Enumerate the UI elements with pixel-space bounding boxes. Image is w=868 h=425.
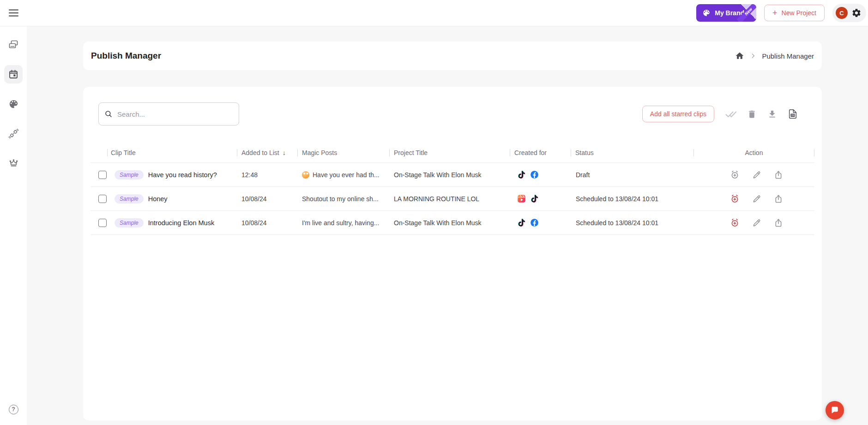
page-header-card: Publish Manager Publish Manager (83, 42, 822, 70)
magic-posts-text: Have you ever had th... (313, 171, 380, 179)
edit-button[interactable] (752, 194, 761, 204)
share-icon (774, 218, 783, 227)
breadcrumb-home-button[interactable] (735, 51, 744, 60)
clips-icon (8, 39, 19, 50)
help-glyph: ? (12, 406, 15, 413)
project-title-value: LA MORNING ROUTINE LOL (389, 195, 510, 203)
table-header-row: Clip Title Added to List ↓ Magic Posts P… (90, 143, 814, 163)
export-csv-button[interactable]: CSV (788, 109, 798, 119)
edit-button[interactable] (752, 218, 761, 227)
header-checkbox-spacer (90, 143, 107, 162)
new-ribbon: New (741, 4, 756, 20)
select-all-button[interactable] (725, 108, 736, 120)
header-clip-title: Clip Title (107, 143, 237, 162)
chat-launcher-button[interactable] (826, 401, 844, 419)
pencil-icon (752, 218, 761, 227)
added-to-list-value: 10/08/24 (237, 219, 297, 227)
clip-title: Honey (148, 195, 168, 203)
status-value: Scheduled to 13/08/24 10:01 (571, 219, 693, 227)
row-checkbox[interactable] (98, 195, 107, 203)
account-pill: C (832, 4, 866, 22)
status-value: Scheduled to 13/08/24 10:01 (571, 195, 693, 203)
search-field (98, 102, 239, 126)
header-project-title: Project Title (389, 143, 510, 162)
share-button[interactable] (774, 218, 783, 227)
new-project-button[interactable]: + New Project (764, 5, 825, 21)
breadcrumb: Publish Manager (735, 51, 814, 60)
sidebar-item-brand[interactable] (4, 95, 23, 113)
add-all-starred-clips-button[interactable]: Add all starred clips (642, 106, 714, 122)
created-for-icons (510, 170, 571, 179)
face-with-hand-emoji (302, 171, 309, 179)
pencil-icon (752, 194, 761, 204)
csv-file-icon: CSV (788, 109, 798, 119)
sidebar: ? (0, 26, 27, 425)
new-project-label: New Project (782, 9, 816, 17)
sidebar-item-publish-manager[interactable] (4, 65, 23, 84)
delete-button[interactable] (747, 109, 757, 119)
calendar-icon (8, 69, 19, 80)
schedule-button[interactable] (730, 170, 740, 180)
download-button[interactable] (767, 109, 777, 119)
status-value: Draft (571, 171, 693, 179)
topbar: My Brand New + New Project C (0, 0, 868, 26)
toolbar-actions: Add all starred clips (642, 106, 807, 122)
table-toolbar: Add all starred clips (90, 102, 814, 126)
hamburger-icon (9, 9, 18, 17)
help-icon: ? (9, 405, 18, 414)
sort-descending-icon: ↓ (283, 149, 286, 156)
header-status: Status (571, 143, 693, 162)
table-row: Sample Introducing Elon Musk 10/08/24 I'… (90, 211, 814, 235)
svg-text:CSV: CSV (791, 114, 795, 116)
search-input[interactable] (98, 102, 239, 126)
help-button[interactable]: ? (4, 400, 23, 419)
gear-icon (851, 8, 862, 18)
edit-button[interactable] (752, 170, 761, 180)
instagram-reels-icon (517, 194, 526, 203)
row-actions (693, 170, 814, 180)
home-icon (735, 51, 744, 60)
sidebar-item-upgrade[interactable] (4, 154, 23, 172)
added-to-list-value: 10/08/24 (237, 195, 297, 203)
download-icon (767, 109, 777, 119)
project-title-value: On-Stage Talk With Elon Musk (389, 171, 510, 179)
topbar-actions: My Brand New + New Project C (696, 4, 866, 22)
plug-icon (8, 128, 19, 139)
tiktok-icon (530, 194, 539, 203)
share-button[interactable] (774, 170, 783, 180)
publish-manager-card: Add all starred clips (83, 87, 822, 420)
table-row: Sample Have you read history? 12:48 Have… (90, 163, 814, 187)
magic-posts-value: I'm live and sultry, having... (297, 219, 389, 227)
clip-title: Have you read history? (148, 171, 217, 179)
avatar[interactable]: C (836, 7, 848, 19)
settings-button[interactable] (851, 8, 862, 18)
plus-icon: + (772, 9, 778, 17)
page-title: Publish Manager (91, 51, 161, 61)
magic-posts-value: Have you ever had th... (297, 171, 389, 179)
added-to-list-value: 12:48 (237, 171, 297, 179)
sample-badge: Sample (115, 194, 144, 204)
sidebar-item-integrations[interactable] (4, 124, 23, 143)
avatar-letter: C (839, 10, 844, 17)
sample-badge: Sample (115, 170, 144, 180)
crown-icon (8, 158, 19, 168)
palette-icon (702, 9, 711, 17)
my-brand-button[interactable]: My Brand New (696, 4, 756, 22)
trash-icon (747, 109, 757, 119)
row-checkbox[interactable] (98, 171, 107, 179)
hamburger-menu-button[interactable] (0, 0, 27, 26)
pencil-icon (752, 170, 761, 180)
tiktok-icon (517, 170, 526, 179)
clip-title: Introducing Elon Musk (148, 219, 214, 227)
schedule-button[interactable] (730, 218, 740, 227)
schedule-button[interactable] (730, 194, 740, 204)
share-button[interactable] (774, 194, 783, 204)
row-checkbox[interactable] (98, 219, 107, 227)
sidebar-item-clips[interactable] (4, 36, 23, 54)
row-actions (693, 218, 814, 227)
header-magic-posts: Magic Posts (297, 143, 389, 162)
alarm-plus-icon (730, 194, 740, 204)
row-actions (693, 194, 814, 204)
header-added-to-list[interactable]: Added to List ↓ (237, 143, 297, 162)
sample-badge: Sample (115, 218, 144, 227)
